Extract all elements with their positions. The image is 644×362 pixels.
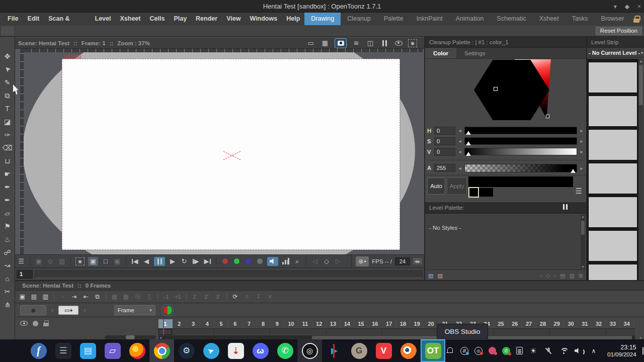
frame-number-cell[interactable]: 9 — [270, 319, 284, 328]
channel-value-s[interactable]: 0 — [434, 137, 455, 145]
scroll-down-icon[interactable]: ▼ — [581, 265, 585, 268]
new-toonz-raster-level-icon[interactable]: ▣ — [18, 293, 27, 301]
level-frame-thumbnail[interactable] — [588, 264, 637, 280]
slider-inc-icon[interactable]: ▸ — [579, 138, 584, 144]
skeleton-tool[interactable]: ⋔ — [1, 298, 14, 311]
loop-button[interactable]: ↻ — [180, 257, 188, 266]
auto-input-cell-icon[interactable]: Ⓝ — [133, 293, 142, 301]
styles-area[interactable]: - No Styles - ▲ ▼ — [425, 213, 586, 270]
recorder-tray-icon[interactable] — [489, 347, 496, 354]
taskbar-app-fedora[interactable]: f — [26, 339, 51, 362]
menu-scan-cleanup[interactable]: Scan & Cleanup — [44, 13, 90, 25]
preview-cells-icon[interactable]: ▩ — [122, 293, 130, 301]
selection-tool[interactable]: ➤ — [1, 63, 14, 76]
shift-plus-one-icon[interactable]: +1 — [174, 293, 182, 301]
safe-area-icon[interactable]: ▭ — [306, 39, 315, 48]
field-guide-icon[interactable]: ▦ — [320, 39, 330, 48]
channel-value-v[interactable]: 0 — [434, 148, 455, 156]
taskbar-app-vivaldi[interactable]: V — [371, 339, 396, 362]
sound-button[interactable] — [267, 257, 278, 266]
eraser-tool[interactable]: ⌫ — [1, 141, 14, 154]
taskbar-app-file-manager[interactable]: ▱ — [100, 339, 125, 362]
vertical-ruler[interactable] — [20, 49, 24, 254]
control-point-editor-tool[interactable]: ⚑ — [1, 220, 14, 233]
level-frame-thumbnail[interactable] — [588, 163, 637, 194]
load-level-icon[interactable]: ⇥ — [70, 293, 78, 301]
set-key-button[interactable]: ◆ — [20, 305, 46, 315]
view-mode-table-icon[interactable]: □ — [102, 257, 110, 266]
taskbar-app-blender[interactable] — [396, 339, 421, 362]
microphone-muted-icon[interactable] — [544, 346, 553, 355]
frame-number-cell[interactable]: 30 — [564, 319, 578, 328]
close-icon[interactable]: × — [637, 3, 641, 10]
slider-dec-icon[interactable]: ◂ — [457, 149, 462, 154]
slider-thumb[interactable] — [466, 139, 471, 145]
fps-field[interactable]: 24 — [395, 257, 410, 265]
viewer-menu-icon[interactable]: ☰ — [17, 257, 25, 266]
room-tab-tasks[interactable]: Tasks — [566, 13, 595, 25]
style-picker-tool[interactable]: ✒ — [1, 180, 14, 194]
camera-area[interactable]: camera1 — [62, 59, 400, 250]
preview-icon[interactable] — [394, 39, 403, 48]
explode-child-icon[interactable]: ✕ — [266, 293, 274, 301]
frame-number-cell[interactable]: 6 — [228, 319, 243, 328]
add-frame-button[interactable]: ▭+ — [58, 306, 78, 315]
sub-camera-preview-icon[interactable]: ◉ — [408, 39, 417, 47]
maximize-icon[interactable]: ◆ — [625, 3, 629, 10]
room-tab-cleanup[interactable]: Cleanup — [341, 13, 377, 25]
channel-value-a[interactable]: 255 — [434, 164, 455, 172]
viewer-canvas[interactable]: camera1 — [15, 49, 424, 254]
prev-style-icon[interactable]: ‹ — [540, 273, 542, 279]
show-desktop-button[interactable] — [642, 347, 643, 355]
menu-cells[interactable]: Cells — [145, 13, 169, 25]
view-mode-camera-icon[interactable]: ▣ — [88, 257, 98, 266]
frame-number-cell[interactable]: 5 — [214, 319, 228, 328]
level-frame-thumbnail[interactable] — [588, 62, 637, 93]
level-frame-thumbnail[interactable] — [588, 129, 637, 160]
tab-color[interactable]: Color — [425, 48, 456, 58]
new-vector-level-icon[interactable]: ▥ — [41, 293, 50, 301]
geometric-tool[interactable]: ⧉ — [1, 89, 14, 102]
room-tab-xsheet[interactable]: Xsheet — [533, 13, 566, 25]
next-frame-nav-icon[interactable]: › — [84, 306, 86, 314]
save-images-icon[interactable]: ▣ — [35, 257, 43, 266]
scene-cast-icon[interactable]: ⧉ — [93, 293, 102, 301]
column-zoom-slider[interactable] — [105, 335, 156, 339]
save-level-icon[interactable]: ⇤ — [82, 293, 90, 301]
prev-frame-nav-icon[interactable]: ‹ — [51, 306, 53, 314]
level-strip-header[interactable]: Level Strip — [587, 37, 644, 48]
styles-scrollbar[interactable]: ▲ ▼ — [581, 215, 585, 268]
column-lock-icon[interactable] — [43, 320, 49, 326]
room-tab-browser[interactable]: Browser — [595, 13, 631, 25]
step-2-icon[interactable]: 2' — [202, 293, 211, 301]
taskbar-clock[interactable]: 23:15 01/09/2024 — [603, 344, 640, 358]
onion-skin-toggle[interactable] — [163, 305, 173, 315]
taskbar-app-whatsapp[interactable]: ✆ — [273, 339, 297, 362]
frame-mode-dropdown[interactable]: Frame ▾ — [114, 305, 155, 315]
level-frame-thumbnail[interactable] — [588, 96, 637, 127]
frame-number-cell[interactable]: 3 — [187, 319, 201, 328]
menu-level[interactable]: Level — [91, 13, 116, 25]
taskbar-app-kdenlive[interactable]: ▶ — [322, 339, 347, 362]
red-channel-icon[interactable] — [221, 257, 229, 266]
magnet-tool[interactable]: ☍ — [1, 246, 14, 259]
compare-icon[interactable]: ▥ — [58, 257, 66, 266]
apply-button[interactable]: Apply — [447, 177, 467, 195]
iron-tool[interactable]: ⌂ — [1, 272, 14, 285]
frame-number-cell[interactable]: 26 — [508, 319, 522, 328]
frame-number-cell[interactable]: 32 — [592, 319, 606, 328]
type-tool[interactable]: T — [1, 102, 14, 115]
frame-number-cell[interactable]: 15 — [354, 319, 368, 328]
frame-number-cell[interactable]: 12 — [312, 319, 327, 328]
define-sub-camera-icon[interactable]: ◉ — [75, 257, 85, 265]
taskbar-app-settings[interactable]: ☰ — [51, 339, 75, 362]
camera-view-icon[interactable] — [335, 38, 347, 48]
collapse-icon[interactable]: ≡ — [243, 293, 251, 301]
frame-number-cell[interactable]: 7 — [243, 319, 257, 328]
triangle-marker[interactable] — [546, 115, 549, 118]
wifi-icon[interactable] — [559, 346, 568, 355]
fill-empty-cells-icon[interactable]: ▫ — [58, 293, 67, 301]
frame-number-cell[interactable]: 14 — [340, 319, 354, 328]
brush-tool[interactable]: ✎ — [1, 76, 14, 89]
scrollbar-thumb[interactable] — [639, 65, 643, 105]
